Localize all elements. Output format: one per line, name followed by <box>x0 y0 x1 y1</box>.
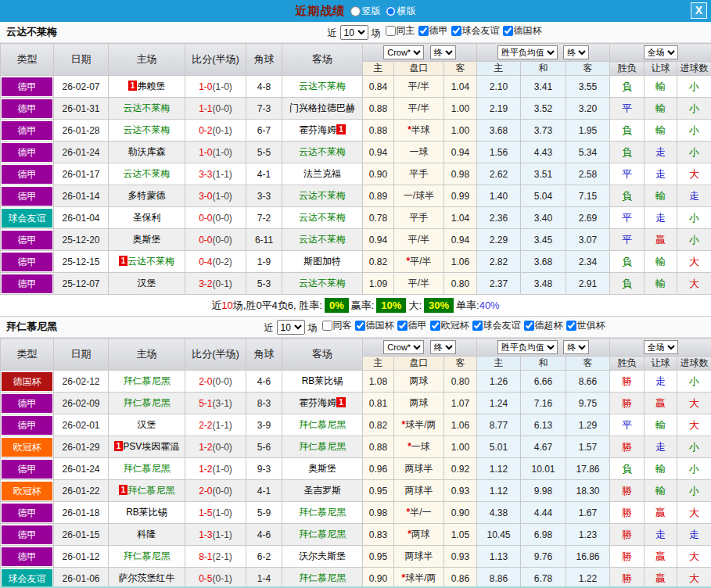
avg-group-header: 胜平负均值 终 <box>477 44 610 62</box>
score-cell: 2-0(0-0) <box>185 480 246 502</box>
odds-home-cell: 0.88 <box>363 120 394 142</box>
league-checkbox[interactable] <box>503 26 513 36</box>
league-filter[interactable]: 世俱杯 <box>566 319 605 332</box>
home-team-name: 多特蒙德 <box>128 190 166 201</box>
col-avg-home: 主 <box>477 62 521 76</box>
handicap-cell: 平手 <box>394 207 444 229</box>
match-row: 德甲26-02-01汉堡2-2(1-1)3-9拜仁慕尼黑0.82*球半/两1.0… <box>1 414 711 436</box>
corners-cell: 9-3 <box>246 458 282 480</box>
handicap-cell: *球半/两 <box>394 414 444 436</box>
home-cell: 1云达不莱梅 <box>109 251 185 273</box>
handicap-star: * <box>408 124 411 135</box>
same-venue-checkbox[interactable] <box>386 26 396 36</box>
same-venue-filter[interactable]: 同客 <box>322 319 352 332</box>
avg-home-cell: 1.24 <box>477 393 521 414</box>
result-goals-cell: 大 <box>677 502 711 524</box>
team2-filters: 近10场同客德国杯德甲欧冠杯球会友谊德超杯世俱杯 <box>156 319 711 335</box>
avg-final-select[interactable]: 终 <box>563 340 589 354</box>
avg-final-select[interactable]: 终 <box>563 45 589 59</box>
date-cell: 26-01-24 <box>54 142 109 163</box>
home-team-name: 奥斯堡 <box>133 234 161 245</box>
handicap-cell: 平手 <box>394 163 444 185</box>
same-venue-filter[interactable]: 同主 <box>386 24 415 38</box>
away-team-name: 云达不莱梅 <box>299 234 346 245</box>
rate-badge: 30% <box>424 298 454 313</box>
corners-cell: 3-9 <box>246 414 282 436</box>
layout-vertical-option[interactable]: 竖版 <box>350 5 381 18</box>
result-wdl-cell: 勝 <box>610 371 645 393</box>
result-wdl-cell: 負 <box>610 142 645 163</box>
col-handicap: 盘口 <box>394 62 444 76</box>
odds-source-select[interactable]: Crow* <box>383 45 424 59</box>
result-wdl-cell: 負 <box>610 458 645 480</box>
away-cell: 云达不莱梅 <box>282 229 363 251</box>
league-filter[interactable]: 德甲 <box>418 24 448 38</box>
col-away: 客场 <box>282 44 363 76</box>
odds-source-select[interactable]: Crow* <box>383 340 424 354</box>
date-cell: 26-01-24 <box>54 458 109 480</box>
odds-group-header: Crow* 终 <box>363 339 477 357</box>
score-cell: 0-0(0-0) <box>185 207 246 229</box>
league-filter[interactable]: 欧冠杯 <box>430 319 469 332</box>
league-checkbox[interactable] <box>451 26 461 36</box>
league-checkbox[interactable] <box>472 321 483 331</box>
avg-source-select[interactable]: 胜平负均值 <box>497 45 558 59</box>
avg-away-cell: 2.58 <box>566 163 610 185</box>
odds-final-select[interactable]: 终 <box>430 340 456 354</box>
corners-cell: 4-1 <box>246 163 282 185</box>
match-count-select[interactable]: 10 <box>340 25 368 40</box>
same-venue-checkbox[interactable] <box>322 321 332 331</box>
league-checkbox[interactable] <box>418 26 429 36</box>
league-filter[interactable]: 球会友谊 <box>451 24 500 38</box>
horizontal-radio[interactable] <box>386 6 396 16</box>
avg-home-cell: 1.40 <box>477 185 521 207</box>
league-filter[interactable]: 德国杯 <box>503 24 542 38</box>
col-avg-home: 主 <box>477 357 521 371</box>
league-cell: 德甲 <box>1 251 54 273</box>
match-count-select[interactable]: 10 <box>277 320 305 335</box>
score-cell: 8-1(2-1) <box>185 546 246 568</box>
avg-draw-cell: 6.78 <box>521 568 566 588</box>
league-filter[interactable]: 德超杯 <box>524 319 563 332</box>
league-checkbox[interactable] <box>355 321 365 331</box>
odds-final-select[interactable]: 终 <box>430 45 456 59</box>
result-goals-cell: 小 <box>677 207 711 229</box>
home-team-name: 汉堡 <box>138 419 156 430</box>
summary-text: 40% <box>479 299 500 311</box>
away-cell: 云达不莱梅 <box>282 185 363 207</box>
league-checkbox[interactable] <box>397 321 408 331</box>
home-team-name: 弗赖堡 <box>137 81 165 91</box>
home-team-name: 勒沃库森 <box>128 146 166 157</box>
avg-draw-cell: 4.44 <box>521 502 566 524</box>
league-filter[interactable]: 德甲 <box>397 319 427 332</box>
vertical-radio[interactable] <box>350 6 361 16</box>
close-icon[interactable]: X <box>691 2 707 19</box>
layout-horizontal-option[interactable]: 横版 <box>386 5 416 18</box>
league-checkbox[interactable] <box>524 321 534 331</box>
result-handicap-cell: 贏 <box>645 546 677 568</box>
league-cell: 德甲 <box>1 185 54 207</box>
league-checkbox[interactable] <box>430 321 440 331</box>
away-cell: 云达不莱梅 <box>282 207 363 229</box>
league-filter[interactable]: 德国杯 <box>355 319 394 332</box>
odds-away-cell: 0.86 <box>444 568 477 588</box>
odds-home-cell: 0.82 <box>363 251 394 273</box>
league-filter[interactable]: 球会友谊 <box>472 319 521 332</box>
result-handicap-cell: 贏 <box>645 393 677 414</box>
col-avg-away: 客 <box>566 62 610 76</box>
home-cell: 云达不莱梅 <box>109 98 185 120</box>
score-cell: 2-2(1-1) <box>185 414 246 436</box>
league-cell: 德甲 <box>1 163 54 185</box>
scope-select[interactable]: 全场 <box>644 340 678 354</box>
avg-source-select[interactable]: 胜平负均值 <box>497 340 558 354</box>
league-checkbox[interactable] <box>566 321 576 331</box>
avg-away-cell: 16.86 <box>566 546 610 568</box>
col-handicap: 盘口 <box>394 357 444 371</box>
handicap-cell: 两球半 <box>394 458 444 480</box>
odds-home-cell: 0.84 <box>363 76 394 98</box>
avg-group-header: 胜平负均值 终 <box>477 339 610 357</box>
scope-select[interactable]: 全场 <box>644 45 678 59</box>
match-row: 德甲25-12-20奥斯堡0-0(0-0)6-11云达不莱梅0.94平/半0.9… <box>1 229 711 251</box>
league-filter-label: 欧冠杯 <box>441 319 469 332</box>
home-cell: 科隆 <box>109 524 185 546</box>
